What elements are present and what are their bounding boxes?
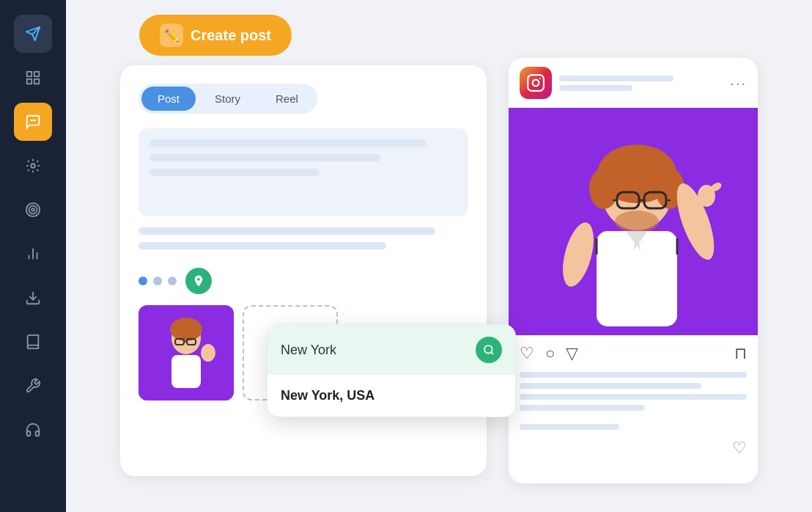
thumbnails-row [139, 268, 468, 294]
svg-point-25 [170, 318, 202, 341]
ig-actions-row: ♡ ○ ▽ ⊓ [509, 335, 758, 372]
ig-handle-line [559, 85, 632, 91]
svg-line-32 [491, 352, 493, 354]
dots-row [139, 277, 177, 285]
sidebar-item-grid[interactable] [14, 59, 52, 97]
sidebar-item-analytics[interactable] [14, 235, 52, 273]
svg-rect-4 [27, 79, 32, 84]
ig-caption-line-2 [520, 383, 701, 389]
post-panel: Post Story Reel [120, 65, 487, 476]
svg-line-15 [37, 161, 38, 162]
ig-header-lines [559, 76, 723, 91]
tab-reel[interactable]: Reel [259, 87, 314, 111]
ig-comment-icon[interactable]: ○ [545, 344, 555, 363]
sidebar-item-network[interactable] [14, 147, 52, 185]
ig-bottom-heart-icon[interactable]: ♡ [732, 439, 747, 458]
sidebar-item-targets[interactable] [14, 191, 52, 229]
ig-header: ··· [509, 58, 758, 108]
ig-bottom-like: ♡ [509, 436, 758, 467]
ig-caption-line-1 [520, 372, 747, 378]
location-search-bar [267, 325, 515, 375]
ig-timestamp-line [520, 424, 619, 430]
svg-rect-5 [34, 79, 39, 84]
sidebar-item-download[interactable] [14, 279, 52, 317]
tab-post[interactable]: Post [141, 87, 196, 111]
text-line-2 [150, 154, 380, 161]
ig-post-image [509, 108, 758, 335]
svg-rect-34 [528, 75, 544, 91]
sidebar-item-tools[interactable] [14, 367, 52, 405]
create-post-label: Create post [191, 27, 271, 44]
ig-caption-line-3 [520, 394, 747, 400]
instagram-logo-icon [520, 67, 552, 99]
location-popup: New York, USA [267, 324, 516, 417]
text-line-1 [150, 139, 427, 147]
sidebar-item-support[interactable] [14, 411, 52, 449]
location-pin-icon[interactable] [185, 268, 212, 294]
svg-line-14 [28, 169, 29, 171]
svg-point-18 [32, 208, 34, 211]
ig-caption-lines [509, 372, 758, 418]
dot-2 [153, 277, 162, 285]
text-line-3 [150, 169, 319, 176]
svg-rect-3 [34, 72, 39, 76]
svg-point-39 [589, 168, 619, 209]
svg-point-30 [201, 344, 215, 362]
location-search-input[interactable] [281, 343, 467, 358]
post-tabs: Post Story Reel [139, 84, 317, 114]
ig-share-icon[interactable]: ▽ [566, 344, 578, 363]
instagram-preview-panel: ··· [509, 58, 758, 483]
dot-3 [168, 277, 177, 285]
sidebar-item-library[interactable] [14, 323, 52, 361]
svg-point-7 [31, 164, 35, 168]
tab-story[interactable]: Story [199, 87, 256, 111]
text-line-5 [139, 242, 386, 249]
image-thumb-1[interactable] [139, 305, 234, 401]
post-text-area [139, 128, 468, 216]
svg-point-41 [615, 211, 659, 233]
sidebar-item-navigate[interactable] [14, 15, 52, 53]
svg-rect-2 [27, 72, 32, 76]
text-line-4 [139, 227, 435, 235]
pencil-icon: ✏️ [160, 23, 183, 47]
location-result[interactable]: New York, USA [267, 375, 515, 417]
svg-line-13 [37, 169, 38, 171]
svg-point-17 [29, 206, 37, 214]
ig-save-icon[interactable]: ⊓ [734, 344, 747, 363]
sidebar [0, 0, 66, 512]
ig-options-icon[interactable]: ··· [730, 75, 747, 92]
svg-point-31 [484, 345, 492, 354]
main-content: ✏️ Create post Post Story Reel [66, 0, 812, 512]
svg-line-12 [28, 161, 29, 162]
ig-like-icon[interactable]: ♡ [520, 344, 534, 363]
ig-username-line [559, 76, 673, 81]
dot-1 [139, 277, 147, 285]
create-post-button[interactable]: ✏️ Create post [139, 15, 292, 56]
sidebar-item-messages[interactable] [14, 103, 52, 141]
svg-rect-29 [171, 355, 201, 388]
search-icon[interactable] [476, 337, 502, 363]
ig-caption-line-4 [520, 405, 645, 411]
